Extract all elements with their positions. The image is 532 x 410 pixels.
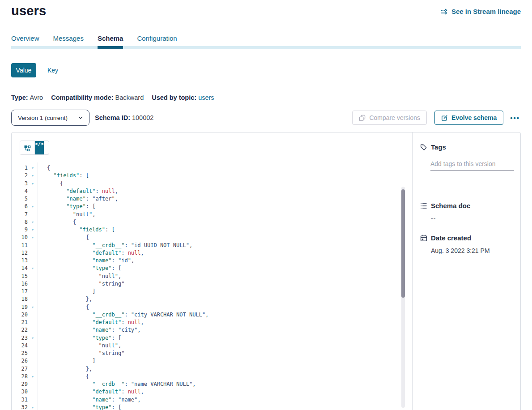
line-number: 27 bbox=[12, 365, 28, 373]
line-number: 21 bbox=[12, 319, 28, 326]
code-text: "default": null, bbox=[38, 188, 118, 195]
fold-toggle-icon[interactable]: ▾ bbox=[28, 180, 38, 188]
schema-page: users See in Stream lineage Overview Mes… bbox=[0, 0, 532, 410]
fold-toggle-icon[interactable]: ▾ bbox=[28, 234, 38, 241]
line-number: 25 bbox=[12, 350, 28, 357]
line-number: 3 bbox=[12, 180, 28, 188]
code-text: "__crdb__": "id UUID NOT NULL", bbox=[38, 242, 192, 249]
code-line: 20 "__crdb__": "city VARCHAR NOT NULL", bbox=[12, 311, 412, 319]
code-text: "__crdb__": "city VARCHAR NOT NULL", bbox=[38, 311, 209, 319]
key-toggle-link[interactable]: Key bbox=[47, 67, 58, 74]
fold-toggle-icon[interactable]: ▾ bbox=[28, 303, 38, 311]
fold-spacer bbox=[28, 365, 38, 373]
code-text: "fields": [ bbox=[38, 226, 115, 234]
tab-overview[interactable]: Overview bbox=[11, 34, 39, 49]
line-number: 20 bbox=[12, 311, 28, 319]
sidebar-divider bbox=[420, 182, 514, 182]
line-number: 2 bbox=[12, 172, 28, 179]
code-line: 26 ] bbox=[12, 357, 412, 365]
see-in-stream-lineage-link[interactable]: See in Stream lineage bbox=[440, 8, 521, 15]
topic-link[interactable]: users bbox=[198, 94, 214, 101]
code-scrollbar-thumb[interactable] bbox=[401, 189, 405, 298]
fold-toggle-icon[interactable]: ▾ bbox=[28, 373, 38, 380]
version-select[interactable]: Version 1 (current) bbox=[11, 110, 89, 126]
version-select-value: Version 1 (current) bbox=[18, 115, 68, 121]
code-text: "type": [ bbox=[38, 203, 95, 210]
line-number: 7 bbox=[12, 211, 28, 218]
code-text: "default": null, bbox=[38, 249, 144, 257]
code-line: 15 "null", bbox=[12, 273, 412, 280]
fold-toggle-icon[interactable]: ▾ bbox=[28, 404, 38, 410]
date-created-value: Aug. 3 2022 3:21 PM bbox=[431, 247, 514, 254]
code-text: "name": "city", bbox=[38, 326, 141, 334]
code-line: 30 "default": null, bbox=[12, 388, 412, 396]
schema-doc-heading: Schema doc bbox=[431, 202, 470, 209]
fold-spacer bbox=[28, 342, 38, 350]
fold-toggle-icon[interactable]: ▾ bbox=[28, 265, 38, 272]
value-key-toggle: Value Key bbox=[11, 63, 521, 77]
line-number: 24 bbox=[12, 342, 28, 350]
schema-id-label: Schema ID: bbox=[95, 114, 130, 121]
fold-toggle-icon[interactable]: ▾ bbox=[28, 226, 38, 234]
fold-toggle-icon[interactable]: ▾ bbox=[28, 218, 38, 226]
code-text: "type": [ bbox=[38, 265, 121, 272]
tags-heading: Tags bbox=[431, 143, 446, 151]
code-view-button[interactable]: </> bbox=[35, 141, 44, 154]
code-line: 11 "__crdb__": "id UUID NOT NULL", bbox=[12, 242, 412, 249]
code-line: 18 }, bbox=[12, 295, 412, 303]
code-text: { bbox=[38, 303, 89, 311]
tab-messages[interactable]: Messages bbox=[53, 34, 84, 49]
schema-doc-heading-row: Schema doc bbox=[420, 202, 514, 209]
line-number: 6 bbox=[12, 203, 28, 210]
code-text: { bbox=[38, 180, 63, 188]
compare-versions-label: Compare versions bbox=[369, 114, 420, 121]
code-text: "null", bbox=[38, 273, 121, 280]
code-line: 22 "name": "city", bbox=[12, 326, 412, 334]
fold-toggle-icon[interactable]: ▾ bbox=[28, 203, 38, 210]
code-line: 9▾ "fields": [ bbox=[12, 226, 412, 234]
fold-spacer bbox=[28, 288, 38, 295]
fold-toggle-icon[interactable]: ▾ bbox=[28, 164, 38, 172]
line-number: 1 bbox=[12, 164, 28, 172]
schema-id-value: 100002 bbox=[132, 114, 153, 121]
line-number: 13 bbox=[12, 257, 28, 265]
code-view-icon: </> bbox=[35, 141, 44, 147]
line-number: 23 bbox=[12, 334, 28, 342]
page-title: users bbox=[11, 4, 46, 18]
code-scrollbar[interactable] bbox=[401, 187, 405, 408]
tree-view-button[interactable] bbox=[20, 141, 35, 155]
fold-spacer bbox=[28, 295, 38, 303]
code-text: "__crdb__": "name VARCHAR NULL", bbox=[38, 380, 196, 388]
value-toggle-button[interactable]: Value bbox=[11, 63, 36, 77]
tab-configuration[interactable]: Configuration bbox=[137, 34, 177, 49]
code-line: 27 }, bbox=[12, 365, 412, 373]
code-text: "type": [ bbox=[38, 334, 121, 342]
code-editor[interactable]: 1▾{2▾ "fields": [3▾ {4 "default": null,5… bbox=[12, 164, 412, 410]
line-number: 14 bbox=[12, 265, 28, 272]
evolve-schema-button[interactable]: Evolve schema bbox=[434, 111, 503, 125]
line-number: 22 bbox=[12, 326, 28, 334]
compare-versions-button[interactable]: Compare versions bbox=[352, 111, 427, 125]
line-number: 12 bbox=[12, 249, 28, 257]
date-created-heading-row: Date created bbox=[420, 234, 514, 242]
line-number: 9 bbox=[12, 226, 28, 234]
code-text: { bbox=[38, 218, 76, 226]
schema-code-panel: </> 1▾{2▾ "fields": [3▾ {4 "default": nu… bbox=[12, 132, 412, 410]
code-text: { bbox=[38, 373, 89, 380]
tab-schema[interactable]: Schema bbox=[98, 34, 123, 49]
more-actions-button[interactable]: ••• bbox=[509, 112, 521, 124]
add-tags-input[interactable] bbox=[430, 160, 514, 171]
code-line: 10▾ { bbox=[12, 234, 412, 241]
view-mode-toggle: </> bbox=[20, 141, 49, 155]
fold-toggle-icon[interactable]: ▾ bbox=[28, 334, 38, 342]
code-line: 4 "default": null, bbox=[12, 188, 412, 195]
fold-spacer bbox=[28, 257, 38, 265]
fold-toggle-icon[interactable]: ▾ bbox=[28, 172, 38, 179]
code-line: 13 "name": "id", bbox=[12, 257, 412, 265]
code-line: 2▾ "fields": [ bbox=[12, 172, 412, 179]
line-number: 17 bbox=[12, 288, 28, 295]
version-bar: Version 1 (current) Schema ID:100002 Com… bbox=[11, 110, 521, 126]
type-label: Type: bbox=[11, 94, 28, 101]
code-text: "string" bbox=[38, 350, 124, 357]
code-text: "default": null, bbox=[38, 319, 144, 326]
